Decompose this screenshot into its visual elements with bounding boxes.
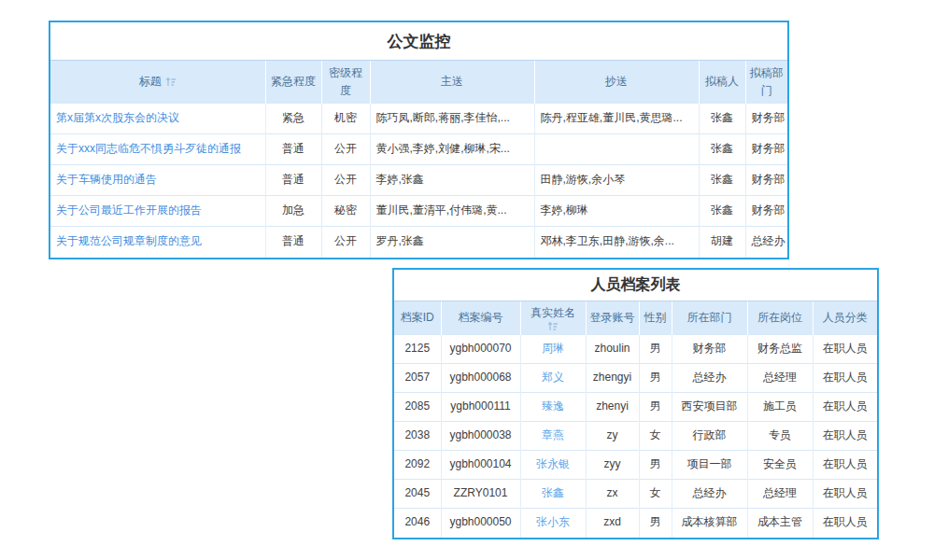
cell-draft-dept: 财务部 — [745, 196, 787, 227]
cell-urgency: 普通 — [265, 165, 321, 196]
cell-secrecy: 公开 — [321, 134, 370, 165]
cell-gender: 男 — [639, 451, 672, 480]
cell-cc: 陈丹,程亚雄,董川民,黄思璐... — [534, 104, 699, 134]
cell-login-account: zy — [586, 422, 639, 451]
cell-gender: 男 — [639, 364, 672, 393]
cell-position: 安全员 — [747, 451, 813, 480]
cell-archive-id: 2085 — [394, 393, 441, 422]
cell-draft-dept: 总经办 — [745, 227, 787, 258]
sort-icon[interactable] — [165, 77, 177, 87]
cell-real-name[interactable]: 张鑫 — [520, 480, 586, 509]
cell-cc: 李婷,柳琳 — [534, 196, 699, 227]
doc-col-title-label: 标题 — [139, 73, 162, 91]
cell-main-send: 董川民,董清平,付伟璐,黄... — [370, 196, 534, 227]
pers-col-dept: 所在部门 — [672, 301, 747, 335]
cell-real-name[interactable]: 张小东 — [520, 509, 586, 538]
cell-real-name-link[interactable]: 张鑫 — [542, 486, 564, 499]
doc-col-urgency: 紧急程度 — [265, 61, 321, 104]
personnel-table: 档案ID 档案编号 真实姓名 登录账号 性别 所在部门 所在岗位 — [394, 301, 877, 538]
cell-real-name[interactable]: 周琳 — [520, 335, 586, 364]
cell-doc-title-link[interactable]: 关于公司最近工作开展的报告 — [56, 203, 202, 217]
cell-department: 项目一部 — [672, 451, 747, 480]
table-row: 2038ygbh000038章燕zy女行政部专员在职人员 — [394, 422, 877, 451]
cell-department: 财务部 — [672, 335, 747, 364]
doc-col-secrecy: 密级程度 — [321, 61, 370, 104]
cell-category: 在职人员 — [813, 364, 877, 393]
cell-secrecy: 公开 — [321, 227, 370, 258]
personnel-panel: 人员档案列表 档案ID 档案编号 真实姓名 — [392, 268, 879, 539]
cell-department: 行政部 — [672, 422, 747, 451]
cell-real-name-link[interactable]: 张永银 — [536, 457, 570, 470]
cell-draft-dept: 财务部 — [745, 104, 787, 134]
cell-archive-code: ygbh000050 — [441, 509, 520, 538]
cell-urgency: 普通 — [265, 134, 321, 165]
cell-doc-title[interactable]: 关于车辆使用的通告 — [50, 165, 265, 196]
cell-doc-title[interactable]: 关于规范公司规章制度的意见 — [50, 227, 265, 258]
cell-doc-title[interactable]: 第x届第x次股东会的决议 — [50, 104, 265, 134]
cell-cc: 邓林,李卫东,田静,游恢,余... — [534, 227, 699, 258]
table-row: 2046ygbh000050张小东zxd男成本核算部成本主管在职人员 — [394, 509, 877, 538]
cell-main-send: 罗丹,张鑫 — [370, 227, 534, 258]
cell-urgency: 加急 — [265, 196, 321, 227]
doc-col-cc: 抄送 — [534, 61, 699, 104]
cell-drafter: 胡建 — [699, 227, 745, 258]
cell-cc — [534, 134, 699, 165]
cell-doc-title-link[interactable]: 第x届第x次股东会的决议 — [56, 111, 179, 124]
cell-main-send: 李婷,张鑫 — [370, 165, 534, 196]
cell-drafter: 张鑫 — [699, 104, 745, 134]
cell-gender: 女 — [639, 422, 672, 451]
pers-col-position: 所在岗位 — [747, 301, 813, 335]
cell-login-account: zhengyi — [586, 364, 639, 393]
cell-drafter: 张鑫 — [699, 165, 745, 196]
cell-urgency: 普通 — [265, 227, 321, 258]
cell-archive-id: 2046 — [394, 509, 441, 538]
doc-table-header-row: 标题 紧急程度 密级程度 主送 抄送 拟稿人 拟稿部门 — [50, 61, 787, 104]
sort-icon[interactable] — [547, 321, 559, 331]
cell-cc: 田静,游恢,余小琴 — [534, 165, 699, 196]
cell-doc-title[interactable]: 关于公司最近工作开展的报告 — [50, 196, 265, 227]
cell-archive-code: ygbh000038 — [441, 422, 520, 451]
cell-position: 财务总监 — [747, 335, 813, 364]
cell-doc-title-link[interactable]: 关于规范公司规章制度的意见 — [56, 234, 202, 247]
cell-real-name-link[interactable]: 张小东 — [536, 515, 570, 528]
cell-secrecy: 公开 — [321, 165, 370, 196]
cell-doc-title[interactable]: 关于xxx同志临危不惧勇斗歹徒的通报 — [50, 134, 265, 165]
cell-secrecy: 秘密 — [321, 196, 370, 227]
table-row: 关于xxx同志临危不惧勇斗歹徒的通报普通公开黄小强,李婷,刘健,柳琳,宋...张… — [50, 134, 787, 165]
cell-real-name[interactable]: 章燕 — [520, 422, 586, 451]
cell-department: 总经办 — [672, 480, 747, 509]
table-row: 2092ygbh000104张永银zyy男项目一部安全员在职人员 — [394, 451, 877, 480]
table-row: 第x届第x次股东会的决议紧急机密陈巧凤,断郎,蒋丽,李佳怡,...陈丹,程亚雄,… — [50, 104, 787, 134]
cell-archive-code: ygbh000068 — [441, 364, 520, 393]
doc-col-title[interactable]: 标题 — [50, 61, 265, 104]
cell-gender: 女 — [639, 480, 672, 509]
cell-doc-title-link[interactable]: 关于车辆使用的通告 — [56, 173, 157, 186]
pers-col-account: 登录账号 — [586, 301, 639, 335]
cell-main-send: 黄小强,李婷,刘健,柳琳,宋... — [370, 134, 534, 165]
cell-login-account: zhoulin — [586, 335, 639, 364]
pers-col-id: 档案ID — [394, 301, 441, 335]
cell-real-name[interactable]: 张永银 — [520, 451, 586, 480]
cell-real-name[interactable]: 臻逸 — [520, 393, 586, 422]
cell-category: 在职人员 — [813, 451, 877, 480]
cell-secrecy: 机密 — [321, 104, 370, 134]
doc-table-title: 公文监控 — [50, 22, 787, 60]
cell-gender: 男 — [639, 509, 672, 538]
table-row: 关于公司最近工作开展的报告加急秘密董川民,董清平,付伟璐,黄...李婷,柳琳张鑫… — [50, 196, 787, 227]
doc-col-drafter: 拟稿人 — [699, 61, 745, 104]
cell-department: 总经办 — [672, 364, 747, 393]
pers-col-name-label: 真实姓名 — [531, 304, 575, 322]
cell-category: 在职人员 — [813, 335, 877, 364]
cell-real-name[interactable]: 郑义 — [520, 364, 586, 393]
cell-real-name-link[interactable]: 郑义 — [542, 371, 564, 384]
cell-doc-title-link[interactable]: 关于xxx同志临危不惧勇斗歹徒的通报 — [56, 142, 241, 155]
pers-col-name[interactable]: 真实姓名 — [520, 301, 586, 335]
table-row: 2125ygbh000070周琳zhoulin男财务部财务总监在职人员 — [394, 335, 877, 364]
cell-main-send: 陈巧凤,断郎,蒋丽,李佳怡,... — [370, 104, 534, 134]
cell-real-name-link[interactable]: 章燕 — [542, 428, 564, 441]
cell-archive-id: 2125 — [394, 335, 441, 364]
cell-real-name-link[interactable]: 周琳 — [542, 342, 564, 355]
cell-category: 在职人员 — [813, 509, 877, 538]
personnel-table-header-row: 档案ID 档案编号 真实姓名 登录账号 性别 所在部门 所在岗位 — [394, 301, 877, 335]
cell-real-name-link[interactable]: 臻逸 — [542, 399, 564, 413]
